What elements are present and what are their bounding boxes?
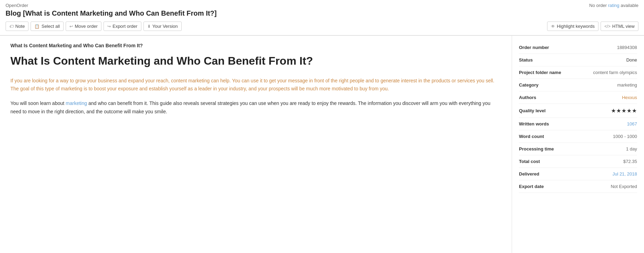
processing-time-row: Processing time 1 day (519, 143, 637, 155)
processing-time-value: 1 day (626, 146, 637, 152)
category-row: Category marketing (519, 79, 637, 91)
header-top: OpenOrder No order rating available (6, 3, 638, 8)
main-layout: What Is Content Marketing and Who Can Be… (0, 35, 644, 253)
order-number-row: Order number 18894308 (519, 41, 637, 54)
html-view-button[interactable]: </> HTML view (601, 22, 638, 31)
tag-icon: 🏷 (9, 24, 14, 29)
rating-link[interactable]: rating (608, 3, 620, 8)
code-icon: </> (604, 24, 610, 29)
total-cost-label: Total cost (519, 159, 540, 164)
article-paragraph-2: You will soon learn about marketing and … (10, 99, 501, 116)
category-value: marketing (617, 82, 637, 88)
article-subtitle: What Is Content Marketing and Who Can Be… (10, 43, 501, 48)
move-order-button[interactable]: ↩ Move order (66, 22, 101, 31)
order-number-value: 18894308 (617, 45, 637, 50)
clipboard-icon: 📋 (34, 24, 40, 29)
article-title: What Is Content Marketing and Who Can Be… (10, 54, 501, 68)
delivered-value: Jul 21, 2018 (612, 171, 637, 177)
authors-label: Authors (519, 95, 536, 100)
authors-value[interactable]: Hexxus (622, 95, 637, 100)
your-version-button[interactable]: ⬇ Your Version (143, 22, 182, 31)
paragraph-2-link: marketing (66, 100, 87, 106)
article-body: If you are looking for a way to grow you… (10, 77, 501, 116)
app-name: OpenOrder (6, 3, 28, 8)
written-words-label: Written words (519, 121, 549, 126)
quality-level-label: Quality level (519, 108, 546, 113)
app-header: OpenOrder No order rating available Blog… (0, 0, 644, 35)
paragraph-1-text: If you are looking for a way to grow you… (10, 78, 494, 92)
project-folder-label: Project folder name (519, 70, 561, 75)
written-words-row: Written words 1067 (519, 118, 637, 130)
order-number-label: Order number (519, 45, 549, 50)
toolbar: 🏷 Note 📋 Select all ↩ Move order ↪ Expor… (6, 20, 638, 34)
status-label: Status (519, 57, 533, 63)
download-icon: ⬇ (147, 24, 151, 29)
page-title: Blog [What is Content Marketing and Who … (6, 9, 638, 17)
project-folder-value: content farm olympics (593, 70, 637, 75)
export-icon: ↪ (107, 24, 111, 29)
toolbar-right: 👁 Highlight keywords </> HTML view (547, 22, 638, 31)
sidebar: Order number 18894308 Status Done Projec… (512, 36, 644, 253)
total-cost-value: $72.35 (623, 159, 637, 164)
total-cost-row: Total cost $72.35 (519, 155, 637, 168)
paragraph-2-text-1: You will soon learn about (10, 100, 66, 106)
word-count-value: 1000 - 1000 (613, 134, 637, 139)
export-date-label: Export date (519, 184, 544, 189)
delivered-label: Delivered (519, 171, 539, 177)
status-row: Status Done (519, 54, 637, 66)
highlight-keywords-button[interactable]: 👁 Highlight keywords (547, 22, 598, 31)
no-rating-text: No order rating available (589, 3, 638, 8)
authors-row: Authors Hexxus (519, 91, 637, 104)
word-count-label: Word count (519, 134, 544, 139)
export-date-value: Not Exported (611, 184, 637, 189)
select-all-button[interactable]: 📋 Select all (31, 22, 64, 31)
project-folder-row: Project folder name content farm olympic… (519, 66, 637, 79)
delivered-row: Delivered Jul 21, 2018 (519, 168, 637, 180)
eye-icon: 👁 (551, 24, 555, 29)
export-order-button[interactable]: ↪ Export order (104, 22, 141, 31)
article-paragraph-1: If you are looking for a way to grow you… (10, 77, 501, 93)
export-date-row: Export date Not Exported (519, 180, 637, 193)
written-words-value: 1067 (627, 121, 637, 126)
status-value: Done (626, 57, 637, 63)
category-label: Category (519, 82, 538, 88)
toolbar-left: 🏷 Note 📋 Select all ↩ Move order ↪ Expor… (6, 22, 182, 31)
processing-time-label: Processing time (519, 146, 554, 152)
content-area: What Is Content Marketing and Who Can Be… (0, 36, 512, 253)
quality-level-row: Quality level ★★★★★ (519, 104, 637, 118)
move-icon: ↩ (69, 24, 73, 29)
note-button[interactable]: 🏷 Note (6, 22, 28, 31)
quality-level-value: ★★★★★ (611, 107, 637, 114)
word-count-row: Word count 1000 - 1000 (519, 130, 637, 143)
